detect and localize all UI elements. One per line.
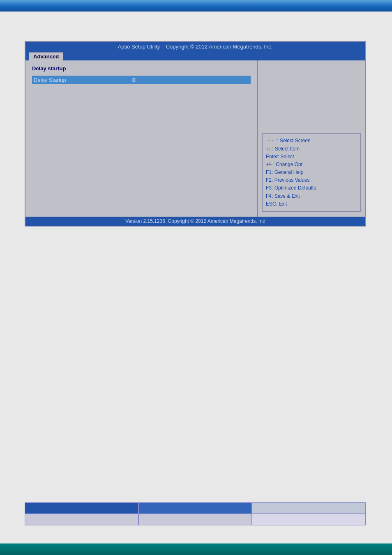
bios-content-area: Delay startup Delay Startup 0 →← : Selec… [25, 60, 365, 217]
bios-footer-text: Version 2.15.1236. Copyright © 2012 Amer… [125, 218, 265, 224]
bios-left-panel: Delay startup Delay Startup 0 [25, 60, 258, 217]
tab-advanced[interactable]: Advanced [29, 52, 63, 60]
bios-title-bar: Aptio Setup Utility – Copyright © 2012 A… [25, 42, 365, 51]
bios-row-delay-startup[interactable]: Delay Startup 0 [32, 76, 251, 84]
help-line-5: F2: Previous Values [266, 176, 357, 184]
top-gradient-bar [0, 0, 392, 12]
bios-window: Aptio Setup Utility – Copyright © 2012 A… [25, 41, 366, 227]
row-value-delay-startup: 0 [132, 77, 135, 83]
bios-tabs: Advanced [25, 51, 365, 60]
btc-cell-1-1 [25, 502, 138, 514]
btc-cell-1-3 [252, 502, 366, 514]
btc-cell-2-1 [25, 514, 138, 525]
btc-cell-1-2 [138, 502, 252, 514]
help-line-8: ESC: Exit [266, 200, 357, 208]
help-line-4: F1: General Help [266, 169, 357, 176]
help-line-6: F3: Optimized Defaults [266, 184, 357, 192]
bios-right-panel: →← : Select Screen ↑↓ : Select Item Ente… [258, 60, 365, 217]
bottom-teal-bar [0, 543, 392, 555]
section-title: Delay startup [32, 65, 251, 72]
help-line-7: F4: Save & Exit [266, 192, 357, 200]
help-line-1: ↑↓ : Select Item [266, 145, 357, 153]
bios-help-box: →← : Select Screen ↑↓ : Select Item Ente… [262, 133, 361, 212]
row-label-delay-startup: Delay Startup [34, 77, 124, 83]
btc-cell-2-3 [252, 514, 366, 525]
help-line-3: +/- : Change Opt. [266, 161, 357, 169]
help-line-2: Enter: Select [266, 153, 357, 161]
help-line-0: →← : Select Screen [266, 137, 357, 145]
bottom-three-col-bar1 [25, 502, 366, 514]
bios-title-text: Aptio Setup Utility – Copyright © 2012 A… [118, 44, 273, 50]
bottom-three-col-bar2 [25, 514, 366, 525]
btc-cell-2-2 [138, 514, 252, 525]
bios-footer: Version 2.15.1236. Copyright © 2012 Amer… [25, 217, 365, 226]
